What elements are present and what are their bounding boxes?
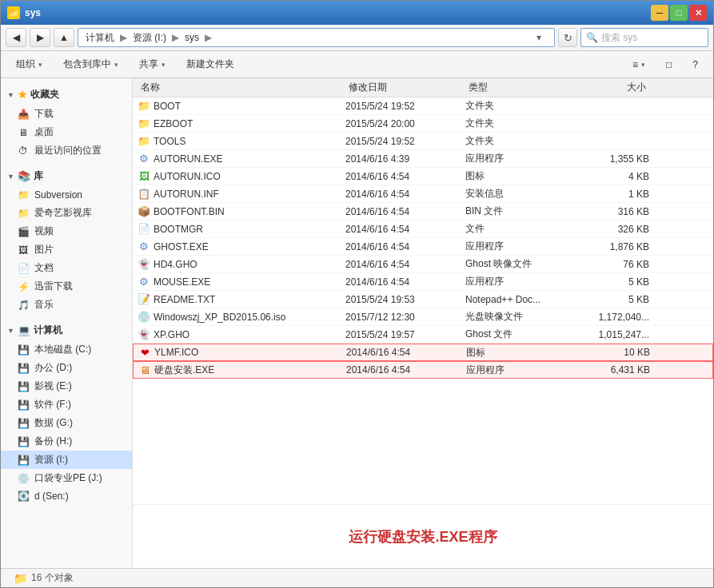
file-type-icon: ⚙ [138, 276, 150, 288]
col-header-date[interactable]: 修改日期 [345, 81, 465, 94]
table-row[interactable]: 📁 TOOLS 2015/5/24 19:52 文件夹 [133, 133, 713, 150]
sidebar-item-xunlei[interactable]: ⚡ 迅雷下载 [1, 277, 132, 296]
table-row[interactable]: ⚙ MOUSE.EXE 2014/6/16 4:54 应用程序 5 KB [133, 273, 713, 291]
computer-section: ▼ 💻 计算机 💾 本地磁盘 (C:) 💾 办公 (D:) 💾 影视 (E:) [1, 320, 132, 505]
library-triangle: ▼ [7, 173, 14, 181]
document-icon: 📄 [17, 262, 30, 275]
sidebar-item-g-drive[interactable]: 💾 数据 (G:) [1, 414, 132, 432]
file-date-cell: 2015/5/24 19:52 [345, 101, 465, 112]
file-type-cell: Notepad++ Doc... [465, 294, 569, 305]
sidebar-item-c-drive[interactable]: 💾 本地磁盘 (C:) [1, 340, 132, 359]
layout-button[interactable]: □ [657, 54, 680, 75]
sidebar-item-music[interactable]: 🎵 音乐 [1, 296, 132, 314]
sidebar-item-j-label: 口袋专业PE (J:) [34, 471, 102, 485]
file-size-cell: 4 KB [569, 171, 649, 182]
column-header: 名称 修改日期 类型 大小 [133, 78, 713, 97]
forward-button[interactable]: ▶ [30, 28, 50, 47]
view-button[interactable]: ≡ ▾ [624, 54, 654, 75]
file-name-cell: 💿 Windowszj_XP_BD2015.06.iso [138, 311, 345, 324]
file-name-cell: 📁 BOOT [138, 100, 345, 113]
organize-dropdown-icon: ▾ [38, 61, 42, 69]
address-dropdown-arrow[interactable]: ▾ [536, 29, 549, 46]
sidebar-item-iqiyi[interactable]: 📁 爱奇艺影视库 [1, 204, 132, 222]
organize-button[interactable]: 组织 ▾ [7, 54, 51, 75]
file-date-cell: 2014/6/16 4:54 [345, 241, 465, 252]
file-name: GHOST.EXE [154, 241, 209, 252]
breadcrumb-computer[interactable]: 计算机 [83, 30, 117, 46]
file-type-icon: ⚙ [138, 153, 150, 165]
sidebar-item-subversion[interactable]: 📁 Subversion [1, 186, 132, 204]
table-row[interactable]: 👻 XP.GHO 2015/5/24 19:57 Ghost 文件 1,015,… [133, 326, 713, 344]
table-row[interactable]: 📝 README.TXT 2015/5/24 19:53 Notepad++ D… [133, 291, 713, 308]
file-type-icon: 📋 [138, 188, 150, 201]
sidebar-item-sen-drive[interactable]: 💽 d (Sen:) [1, 487, 132, 505]
video-icon: 🎬 [17, 225, 30, 238]
file-name: HD4.GHO [154, 259, 197, 270]
sidebar-item-e-drive[interactable]: 💾 影视 (E:) [1, 377, 132, 395]
up-button[interactable]: ▲ [54, 28, 74, 47]
search-box[interactable]: 🔍 搜索 sys [580, 28, 708, 47]
table-row[interactable]: 📄 BOOTMGR 2014/6/16 4:54 文件 326 KB [133, 220, 713, 238]
col-header-type[interactable]: 类型 [465, 81, 569, 94]
file-type-cell: 图标 [465, 169, 569, 183]
file-size-cell: 5 KB [569, 294, 649, 305]
table-row[interactable]: ❤ YLMF.ICO 2014/6/16 4:54 图标 10 KB [133, 344, 713, 361]
minimize-button[interactable]: ─ [651, 5, 668, 21]
sidebar-item-document[interactable]: 📄 文档 [1, 259, 132, 277]
table-row[interactable]: ⚙ AUTORUN.EXE 2014/6/16 4:39 应用程序 1,355 … [133, 150, 713, 168]
maximize-button[interactable]: □ [670, 5, 688, 21]
sidebar-item-video-label: 视频 [34, 224, 54, 238]
share-dropdown-icon: ▾ [162, 61, 166, 69]
table-row[interactable]: ⚙ GHOST.EXE 2014/6/16 4:54 应用程序 1,876 KB [133, 238, 713, 256]
close-button[interactable]: ✕ [689, 5, 707, 21]
file-name-cell: 📁 EZBOOT [138, 117, 345, 130]
table-row[interactable]: 🖥 硬盘安装.EXE 2014/6/16 4:54 应用程序 6,431 KB [133, 361, 713, 379]
table-row[interactable]: 📦 BOOTFONT.BIN 2014/6/16 4:54 BIN 文件 316… [133, 203, 713, 220]
sidebar-item-picture[interactable]: 🖼 图片 [1, 240, 132, 259]
sidebar-item-i-drive[interactable]: 💾 资源 (I:) [1, 451, 132, 469]
sidebar-item-download[interactable]: 📥 下载 [1, 105, 132, 123]
sidebar-item-video[interactable]: 🎬 视频 [1, 222, 132, 240]
table-row[interactable]: 📋 AUTORUN.INF 2014/6/16 4:54 安装信息 1 KB [133, 185, 713, 203]
help-button[interactable]: ? [684, 54, 707, 75]
include-library-button[interactable]: 包含到库中 ▾ [54, 54, 127, 75]
back-button[interactable]: ◀ [6, 28, 26, 47]
sidebar-item-f-drive[interactable]: 💾 软件 (F:) [1, 395, 132, 414]
favorites-header[interactable]: ▼ ★ 收藏夹 [1, 85, 132, 105]
music-icon: 🎵 [17, 299, 30, 312]
sidebar-item-music-label: 音乐 [34, 298, 54, 312]
h-drive-icon: 💾 [17, 435, 30, 448]
file-name: XP.GHO [154, 329, 189, 340]
organize-label: 组织 [16, 58, 35, 71]
sidebar-item-j-drive[interactable]: 💿 口袋专业PE (J:) [1, 469, 132, 487]
table-row[interactable]: 🖼 AUTORUN.ICO 2014/6/16 4:54 图标 4 KB [133, 168, 713, 185]
sidebar-item-desktop[interactable]: 🖥 桌面 [1, 123, 132, 141]
file-date-cell: 2014/6/16 4:54 [346, 364, 466, 375]
address-bar[interactable]: 计算机 ▶ 资源 (I:) ▶ sys ▶ ▾ [78, 28, 555, 47]
library-icon: 📚 [18, 170, 30, 182]
sidebar-item-download-label: 下载 [34, 107, 54, 121]
new-folder-button[interactable]: 新建文件夹 [178, 54, 243, 75]
file-name-cell: 📋 AUTORUN.INF [138, 188, 345, 201]
sidebar-item-iqiyi-label: 爱奇艺影视库 [34, 206, 92, 220]
table-row[interactable]: 👻 HD4.GHO 2014/6/16 4:54 Ghost 映像文件 76 K… [133, 256, 713, 273]
table-row[interactable]: 💿 Windowszj_XP_BD2015.06.iso 2015/7/12 1… [133, 308, 713, 326]
window-title: sys [25, 7, 41, 18]
sidebar-item-h-drive[interactable]: 💾 备份 (H:) [1, 432, 132, 451]
file-type-icon: ❤ [138, 346, 151, 359]
file-type-icon: 🖼 [138, 170, 150, 183]
col-header-name[interactable]: 名称 [138, 81, 345, 94]
refresh-button[interactable]: ↻ [558, 28, 577, 47]
file-area: 名称 修改日期 类型 大小 📁 BOOT 2015/5/24 19:52 文件夹… [133, 78, 713, 568]
table-row[interactable]: 📁 BOOT 2015/5/24 19:52 文件夹 [133, 97, 713, 115]
col-header-size[interactable]: 大小 [569, 81, 649, 94]
breadcrumb-drive[interactable]: 资源 (I:) [130, 30, 169, 46]
computer-header[interactable]: ▼ 💻 计算机 [1, 320, 132, 340]
sidebar-item-d-drive[interactable]: 💾 办公 (D:) [1, 359, 132, 377]
breadcrumb-sys[interactable]: sys [182, 31, 201, 44]
share-button[interactable]: 共享 ▾ [130, 54, 174, 75]
sidebar-item-recent[interactable]: ⏱ 最近访问的位置 [1, 141, 132, 160]
table-row[interactable]: 📁 EZBOOT 2015/5/24 20:00 文件夹 [133, 115, 713, 133]
file-type-icon: 🖥 [138, 364, 151, 376]
library-header[interactable]: ▼ 📚 库 [1, 166, 132, 186]
